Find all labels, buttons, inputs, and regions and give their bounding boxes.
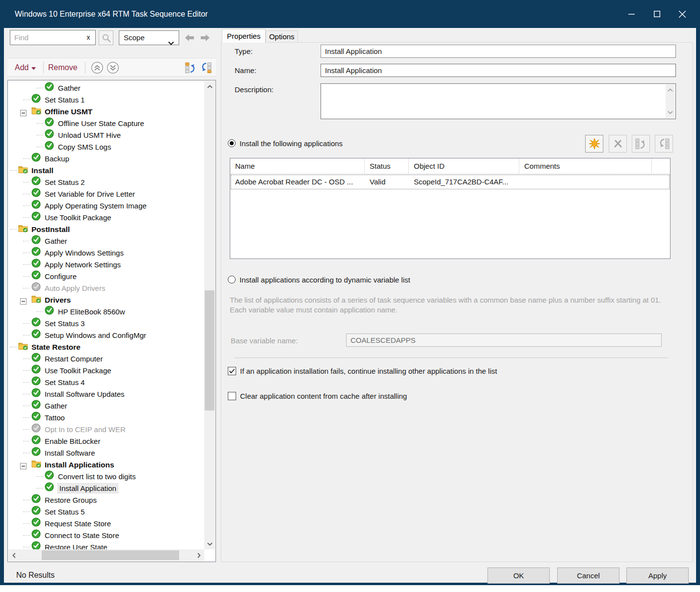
tree-item[interactable]: Install Software Updates — [8, 388, 204, 400]
tree-item[interactable]: Drivers — [8, 294, 204, 306]
tree-item[interactable]: Set Status 4 — [8, 376, 204, 388]
radio-selected-icon — [228, 139, 236, 147]
new-application-button[interactable] — [585, 135, 603, 153]
checkbox-continue-on-fail[interactable]: If an application installation fails, co… — [228, 367, 497, 375]
search-icon — [102, 33, 111, 43]
scroll-left-button[interactable] — [8, 549, 19, 561]
collapse-all-button[interactable] — [91, 61, 104, 74]
scroll-down-button[interactable] — [666, 108, 675, 117]
column-header[interactable]: Name — [230, 158, 365, 174]
tree-item[interactable]: Auto Apply Drivers — [8, 282, 204, 294]
table-row[interactable]: Adobe Acrobat Reader DC - OSD ...ValidSc… — [230, 174, 670, 190]
tree-item[interactable]: Enable BitLocker — [8, 435, 204, 447]
tree-item[interactable]: Apply Network Settings — [8, 258, 204, 270]
ok-button[interactable]: OK — [487, 567, 550, 584]
tree-item[interactable]: Use Toolkit Package — [8, 211, 204, 223]
step-success-icon — [31, 376, 41, 389]
task-sequence-editor-window: Windows 10 Enterprise x64 RTM Task Seque… — [0, 0, 700, 592]
scope-dropdown[interactable]: Scope — [119, 30, 179, 45]
tree-item[interactable]: Set Status 1 — [8, 94, 204, 105]
arrow-left-icon — [184, 33, 195, 43]
apply-button[interactable]: Apply — [626, 567, 689, 584]
tree-connector — [23, 382, 30, 383]
step-success-icon — [31, 270, 41, 283]
tree-item[interactable]: Gather — [8, 82, 204, 94]
tree-item[interactable]: Connect to State Store — [8, 529, 204, 541]
tree-item[interactable]: Setup Windows and ConfigMgr — [8, 329, 204, 341]
collapse-toggle[interactable] — [20, 461, 27, 467]
tree-item-label: Set Status 3 — [45, 319, 85, 328]
tree-item[interactable]: Install Applications — [8, 459, 204, 470]
radio-install-dynamic[interactable]: Install applications according to dynami… — [228, 275, 410, 284]
move-step-down-button[interactable] — [200, 62, 212, 74]
scroll-up-button[interactable] — [204, 81, 215, 92]
radio-install-following[interactable]: Install the following applications — [228, 138, 343, 148]
tree-connector — [23, 288, 30, 288]
tree-item[interactable]: Unload USMT Hive — [8, 129, 204, 141]
find-clear-button[interactable]: x — [82, 30, 94, 45]
tree-item[interactable]: Offline USMT — [8, 105, 204, 117]
step-disabled-icon — [31, 282, 41, 295]
tree-item[interactable]: Restart Computer — [8, 353, 204, 364]
minimize-button[interactable] — [619, 0, 644, 28]
tree-item[interactable]: Install Application — [8, 482, 204, 494]
tree-item[interactable]: Install — [8, 164, 204, 176]
tree-connector — [23, 206, 30, 206]
base-variable-field: COALESCEDAPPS — [346, 334, 662, 347]
remove-button[interactable]: Remove — [48, 58, 78, 77]
expand-all-button[interactable] — [107, 61, 119, 74]
maximize-button[interactable] — [644, 0, 670, 28]
tree-item[interactable]: Set Status 2 — [8, 176, 204, 188]
tree-item[interactable]: Set Status 5 — [8, 506, 204, 517]
scroll-up-button[interactable] — [666, 85, 675, 95]
tree-item[interactable]: Gather — [8, 400, 204, 412]
tree-item[interactable]: HP EliteBook 8560w — [8, 306, 204, 317]
tree-item[interactable]: Set Variable for Drive Letter — [8, 188, 204, 200]
tree-item[interactable]: State Restore — [8, 341, 204, 353]
scroll-right-button[interactable] — [193, 549, 204, 561]
tree-item[interactable]: Convert list to two digits — [8, 470, 204, 482]
horizontal-scrollbar-thumb[interactable] — [42, 550, 179, 560]
tab-properties[interactable]: Properties — [222, 29, 266, 43]
move-down-icon — [200, 62, 212, 74]
cancel-button[interactable]: Cancel — [557, 567, 619, 584]
vertical-scrollbar-thumb[interactable] — [205, 290, 215, 411]
tree-item[interactable]: Configure — [8, 270, 204, 282]
name-field[interactable] — [321, 64, 676, 77]
tree-item[interactable]: Apply Operating System Image — [8, 200, 204, 211]
move-step-up-button[interactable] — [185, 62, 197, 74]
group-folder-icon — [18, 165, 28, 177]
collapse-toggle[interactable] — [20, 296, 27, 303]
add-button[interactable]: Add — [15, 58, 36, 77]
tree-item[interactable]: Restore User State — [8, 541, 204, 549]
collapse-toggle[interactable] — [20, 108, 27, 114]
tree-item[interactable]: Backup — [8, 153, 204, 164]
tree-toolbar: Add Remove — [7, 58, 216, 77]
checkbox-clear-cache[interactable]: Clear application content from cache aft… — [228, 392, 407, 400]
close-button[interactable] — [670, 0, 695, 28]
tree-item[interactable]: Copy SMS Logs — [8, 141, 204, 153]
tree-item[interactable]: Set Status 3 — [8, 317, 204, 329]
tree-connector — [36, 135, 43, 135]
tree-item[interactable]: Gather — [8, 235, 204, 247]
tree-item[interactable]: Opt In to CEIP and WER — [8, 423, 204, 435]
scroll-down-button[interactable] — [204, 539, 215, 549]
description-label: Description: — [235, 85, 273, 94]
tree-item[interactable]: Restore Groups — [8, 494, 204, 506]
tree-item[interactable]: Apply Windows Settings — [8, 247, 204, 258]
tree-item[interactable]: Request State Store — [8, 517, 204, 529]
tree-connector — [23, 394, 30, 394]
column-header[interactable]: Comments — [519, 158, 652, 174]
tree-item[interactable]: Offline User State Capture — [8, 117, 204, 129]
unchecked-checkbox-icon — [228, 392, 236, 400]
tree-item[interactable]: Install Software — [8, 447, 204, 459]
column-header[interactable]: Status — [365, 158, 409, 174]
tree-item[interactable]: Tattoo — [8, 412, 204, 423]
search-button[interactable] — [99, 30, 113, 45]
tree-item-label: Restart Computer — [45, 355, 103, 363]
tree-item[interactable]: PostInstall — [8, 223, 204, 235]
tab-options[interactable]: Options — [266, 30, 298, 43]
tree-item[interactable]: Use Toolkit Package — [8, 364, 204, 376]
column-header[interactable]: Object ID — [409, 158, 519, 174]
description-field[interactable] — [321, 83, 676, 119]
